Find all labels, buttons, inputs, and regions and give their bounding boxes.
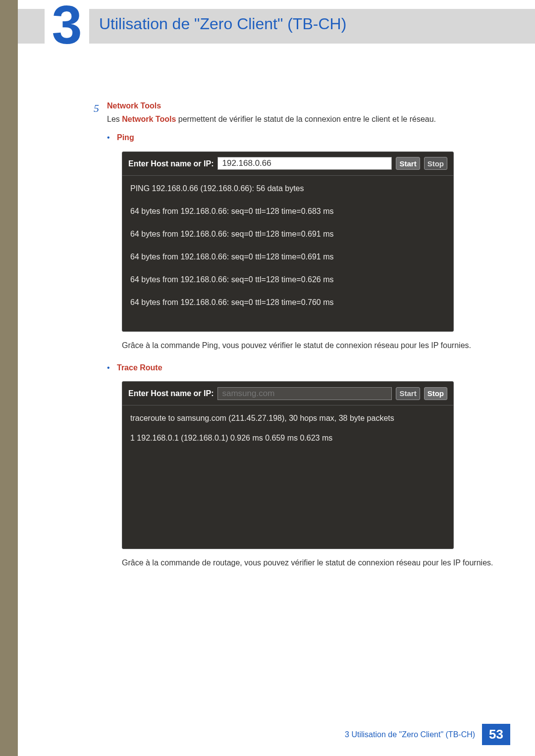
- trace-description: Grâce à la commande de routage, vous pou…: [122, 556, 495, 569]
- ping-panel: Enter Host name or IP: Start Stop PING 1…: [122, 151, 454, 332]
- page-footer: 3 Utilisation de "Zero Client" (TB-CH) 5…: [345, 724, 510, 745]
- ping-output-line: 64 bytes from 192.168.0.66: seq=0 ttl=12…: [130, 251, 445, 263]
- chapter-number: 3: [45, 0, 89, 54]
- trace-header: Enter Host name or IP: Start Stop: [122, 382, 453, 405]
- ping-output-line: 64 bytes from 192.168.0.66: seq=0 ttl=12…: [130, 205, 445, 217]
- ping-start-button[interactable]: Start: [396, 157, 420, 170]
- ping-label: Ping: [117, 133, 134, 142]
- trace-output-line: 1 192.168.0.1 (192.168.0.1) 0.926 ms 0.6…: [130, 432, 445, 444]
- content-area: 5 Network Tools Les Network Tools permet…: [50, 0, 510, 579]
- trace-input-label: Enter Host name or IP:: [128, 387, 214, 400]
- page-title: Utilisation de "Zero Client" (TB-CH): [99, 15, 346, 33]
- ping-bullet: Ping: [107, 131, 495, 144]
- trace-stop-button[interactable]: Stop: [424, 387, 447, 400]
- trace-host-input[interactable]: [217, 387, 392, 400]
- trace-label: Trace Route: [117, 363, 162, 372]
- ping-host-input[interactable]: [217, 157, 392, 170]
- ping-output-line: 64 bytes from 192.168.0.66: seq=0 ttl=12…: [130, 228, 445, 240]
- trace-bullet: Trace Route: [107, 361, 495, 374]
- ping-input-label: Enter Host name or IP:: [128, 157, 214, 170]
- step-body: Network Tools Les Network Tools permette…: [107, 99, 495, 579]
- step-number: 5: [89, 99, 99, 117]
- trace-start-button[interactable]: Start: [396, 387, 420, 400]
- section-heading: Network Tools: [107, 99, 495, 112]
- ping-header: Enter Host name or IP: Start Stop: [122, 152, 453, 175]
- left-margin-stripe: [0, 0, 18, 756]
- ping-output-line: 64 bytes from 192.168.0.66: seq=0 ttl=12…: [130, 297, 445, 308]
- intro-suffix: permettent de vérifier le statut de la c…: [176, 115, 436, 123]
- intro-prefix: Les: [107, 115, 122, 123]
- ping-description: Grâce à la commande Ping, vous pouvez vé…: [122, 339, 495, 352]
- ping-output-line: 64 bytes from 192.168.0.66: seq=0 ttl=12…: [130, 274, 445, 286]
- ping-output-line: PING 192.168.0.66 (192.168.0.66): 56 dat…: [130, 183, 445, 195]
- footer-page-number: 53: [482, 724, 510, 745]
- ping-stop-button[interactable]: Stop: [424, 157, 447, 170]
- trace-output-line: traceroute to samsung.com (211.45.27.198…: [130, 412, 445, 424]
- trace-output: traceroute to samsung.com (211.45.27.198…: [122, 405, 453, 549]
- footer-text: 3 Utilisation de "Zero Client" (TB-CH): [345, 730, 475, 739]
- ping-output: PING 192.168.0.66 (192.168.0.66): 56 dat…: [122, 175, 453, 331]
- trace-panel: Enter Host name or IP: Start Stop tracer…: [122, 381, 454, 549]
- intro-bold: Network Tools: [122, 115, 176, 123]
- section-intro: Les Network Tools permettent de vérifier…: [107, 112, 495, 126]
- step-row: 5 Network Tools Les Network Tools permet…: [89, 99, 495, 579]
